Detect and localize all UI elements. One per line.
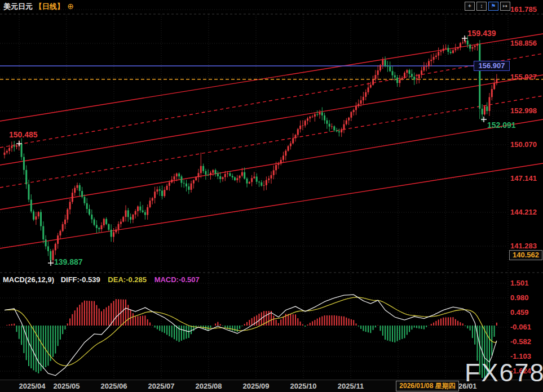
chart-toolbar: +↕⚑↦ [465, 2, 510, 11]
price-macd-canvas[interactable] [0, 0, 543, 380]
auto-follow-icon[interactable]: ⚑ [488, 2, 498, 11]
time-axis-label: 2025/04 [19, 382, 46, 390]
macd-params: MACD(26,12,9) [3, 275, 54, 284]
pan-tool-icon[interactable]: + [465, 2, 475, 11]
macd-dea-value: DEA:-0.285 [108, 275, 147, 284]
time-axis[interactable]: 2026/01/08 星期四 2025/042025/052025/062025… [0, 380, 543, 392]
macd-diff-value: DIFF:-0.539 [61, 275, 100, 284]
crosshair-date-tag: 2026/01/08 星期四 [396, 381, 459, 391]
time-axis-label: 2025/11 [338, 382, 364, 390]
time-axis-label: 2025/06 [101, 382, 127, 390]
time-axis-label: 2025/10 [290, 382, 317, 390]
blue-level-price-tag: 156.907 [474, 61, 510, 71]
axis-scale-icon[interactable]: ↕ [476, 2, 487, 11]
time-axis-label: 2025/08 [196, 382, 222, 390]
chart-window: 美元日元 【日线】 ⊕ +↕⚑↦ 161.785158.856155.92715… [0, 0, 543, 392]
time-axis-label: 2025/09 [243, 382, 270, 390]
time-axis-label: 2025/07 [148, 382, 175, 390]
macd-header: MACD(26,12,9) DIFF:-0.539 DEA:-0.285 MAC… [3, 275, 200, 284]
time-axis-label: 2025/05 [54, 382, 80, 390]
detach-window-icon[interactable]: ↦ [500, 2, 510, 11]
crosshair-price-tag: 140.562 [509, 250, 542, 260]
macd-macd-value: MACD:-0.507 [154, 275, 200, 284]
brand-watermark: FX678 [465, 358, 543, 387]
